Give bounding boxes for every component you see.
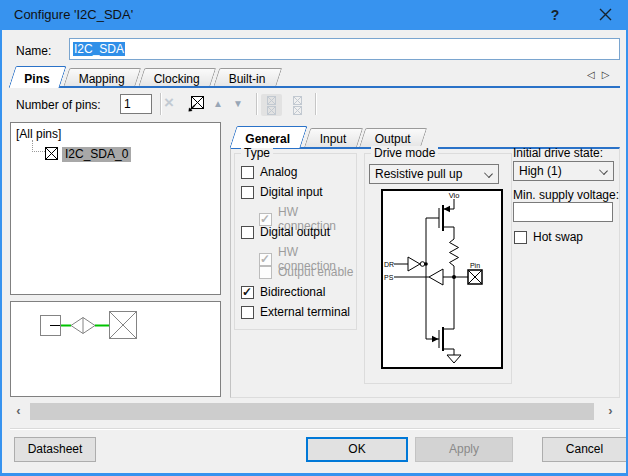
type-group-box: Type Analog Digital input HW connection … [234, 153, 357, 330]
scroll-right-icon[interactable]: › [602, 403, 619, 420]
checkbox-external-terminal[interactable]: External terminal [241, 305, 350, 319]
checkbox-digital-output[interactable]: Digital output [241, 225, 330, 239]
pin-icon [44, 146, 59, 161]
group-pins-icon[interactable] [261, 94, 282, 116]
apply-button[interactable]: Apply [415, 437, 513, 462]
drive-mode-dropdown[interactable]: Resistive pull up [369, 164, 499, 184]
pin-tree-panel: [All pins] I2C_SDA_0 [10, 122, 221, 295]
close-button[interactable] [588, 0, 622, 30]
checkbox-box [259, 266, 272, 279]
horizontal-scrollbar[interactable]: ‹ › [10, 403, 619, 420]
tab-scroll-right-icon[interactable]: ▷ [602, 69, 617, 80]
cancel-button[interactable]: Cancel [542, 437, 627, 462]
outer-tab-strip: Pins Mapping Clocking Built-in [12, 62, 282, 88]
tab-pins[interactable]: Pins [8, 66, 66, 88]
ungroup-pins-icon[interactable] [287, 94, 308, 116]
checkbox-digital-input[interactable]: Digital input [241, 185, 323, 199]
tab-strip-accent-line [10, 86, 620, 88]
title-bar[interactable]: Configure 'I2C_SDA' ? [0, 0, 628, 30]
chevron-down-icon [484, 169, 493, 178]
footer-divider [10, 428, 620, 430]
tab-input[interactable]: Input [303, 128, 362, 148]
toolbar-separator [315, 93, 317, 115]
scroll-left-icon[interactable]: ‹ [10, 403, 27, 420]
type-group-title: Type [241, 146, 273, 160]
tab-scroll-arrows[interactable]: ◁▷ [587, 69, 616, 80]
initial-drive-state-dropdown[interactable]: High (1) [513, 161, 614, 181]
checkbox-box [259, 253, 272, 266]
checkbox-bidirectional[interactable]: Bidirectional [241, 285, 325, 299]
configure-pin-dialog: Configure 'I2C_SDA' ? Name: I2C_SDA Pins… [0, 0, 628, 476]
circuit-vio-label: Vio [449, 191, 460, 200]
scrollbar-thumb[interactable] [30, 403, 594, 420]
tab-output[interactable]: Output [359, 128, 428, 148]
checkbox-box[interactable] [514, 231, 527, 244]
inner-tab-strip: General Input Output [233, 122, 427, 148]
checkbox-box[interactable] [241, 306, 254, 319]
initial-drive-state-value: High (1) [519, 164, 562, 178]
toolbar-separator [160, 93, 162, 115]
circuit-dr-label: DR [384, 261, 394, 268]
checkbox-box[interactable] [241, 286, 254, 299]
ok-button[interactable]: OK [306, 437, 408, 462]
checkbox-box[interactable] [241, 166, 254, 179]
checkbox-hot-swap[interactable]: Hot swap [514, 230, 583, 244]
min-supply-voltage-label: Min. supply voltage: [513, 188, 619, 202]
tab-mapping[interactable]: Mapping [63, 68, 142, 88]
checkbox-box[interactable] [241, 186, 254, 199]
tab-scroll-left-icon[interactable]: ◁ [587, 69, 602, 80]
help-button[interactable]: ? [538, 0, 572, 30]
pin-schematic-preview [11, 302, 220, 396]
drive-mode-value: Resistive pull up [375, 167, 462, 181]
checkbox-analog[interactable]: Analog [241, 165, 297, 179]
pin-preview-panel [10, 301, 221, 397]
drive-mode-group-title: Drive mode [371, 146, 438, 160]
name-label: Name: [16, 44, 51, 58]
tab-built-in[interactable]: Built-in [213, 68, 282, 88]
tab-clocking[interactable]: Clocking [138, 68, 217, 88]
toolbar-separator [256, 93, 258, 115]
delete-pin-icon[interactable]: × [164, 93, 174, 113]
name-value-selected-text: I2C_SDA [73, 42, 125, 56]
checkbox-box[interactable] [241, 226, 254, 239]
tab-general[interactable]: General [229, 126, 307, 148]
close-icon [599, 8, 612, 21]
number-of-pins-input[interactable] [120, 94, 152, 114]
tree-root-label[interactable]: [All pins] [16, 127, 61, 141]
circuit-ps-label: PS [384, 274, 394, 281]
datasheet-button[interactable]: Datasheet [14, 437, 96, 462]
min-supply-voltage-input[interactable] [513, 202, 613, 222]
chevron-down-icon [599, 166, 608, 175]
checkbox-box [259, 213, 272, 226]
move-pin-down-icon[interactable]: ▼ [233, 98, 243, 109]
name-input[interactable]: I2C_SDA [69, 38, 620, 60]
initial-drive-state-label: Initial drive state: [513, 146, 603, 160]
number-of-pins-label: Number of pins: [16, 98, 101, 112]
move-pin-up-icon[interactable]: ▲ [213, 98, 223, 109]
window-title: Configure 'I2C_SDA' [14, 7, 133, 22]
add-external-pin-icon[interactable] [187, 95, 205, 113]
drive-mode-circuit-diagram: Vio DR PS Pin [381, 189, 503, 369]
circuit-pin-label: Pin [470, 262, 480, 269]
checkbox-output-enable[interactable]: Output enable [259, 265, 353, 279]
tree-item-i2c-sda-0[interactable]: I2C_SDA_0 [62, 147, 131, 162]
